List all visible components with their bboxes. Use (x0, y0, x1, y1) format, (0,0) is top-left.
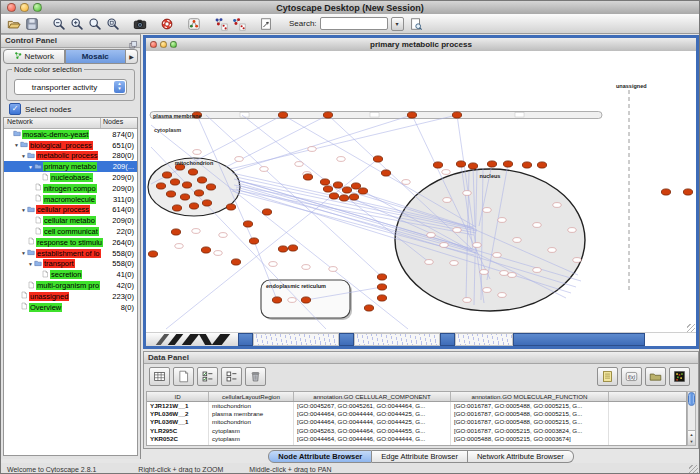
select-attributes-button[interactable] (197, 367, 218, 386)
table-row[interactable]: YPL036W__1mitochondrion[GO:0044464, GO:0… (147, 418, 686, 426)
minor-node[interactable] (473, 243, 481, 248)
unselect-attributes-button[interactable] (221, 367, 242, 386)
select-nodes-checkbox[interactable]: ✓ (9, 103, 21, 115)
table-row[interactable]: YJR121W__1mitochondrion[GO:0045267, GO:0… (147, 402, 686, 410)
scrollbar-arrows[interactable]: ▲▼ (688, 430, 695, 445)
tab-network[interactable]: Network (3, 49, 65, 64)
minor-node[interactable] (443, 198, 451, 203)
tree-row-response-to-stimulu[interactable]: response to stimulu264(0) (4, 237, 137, 248)
gene-node[interactable] (433, 162, 442, 168)
gene-node[interactable] (180, 194, 189, 200)
gene-node[interactable] (249, 238, 258, 244)
gene-node[interactable] (381, 170, 390, 176)
minor-node[interactable] (192, 229, 200, 234)
minor-node[interactable] (498, 218, 506, 223)
tab-network-attribute-browser[interactable]: Network Attribute Browser (468, 450, 574, 463)
minor-node[interactable] (553, 203, 561, 208)
gene-node[interactable] (303, 174, 312, 180)
gene-node[interactable] (278, 112, 287, 118)
notes-button[interactable] (597, 367, 618, 386)
new-attribute-button[interactable] (173, 367, 194, 386)
gene-node[interactable] (148, 251, 157, 257)
minor-node[interactable] (219, 233, 227, 238)
gene-node[interactable] (194, 190, 203, 196)
gene-node[interactable] (364, 305, 373, 311)
gene-node[interactable] (170, 179, 179, 185)
minor-node[interactable] (295, 162, 303, 167)
gene-node[interactable] (278, 246, 287, 252)
tree-row-metabolic-process[interactable]: ▼metabolic process280(0) (4, 151, 137, 162)
gene-node[interactable] (171, 229, 180, 235)
gene-node[interactable] (201, 247, 210, 253)
gene-node[interactable] (262, 209, 271, 215)
expand-arrow-icon[interactable]: ▼ (13, 142, 20, 148)
gene-node[interactable] (537, 162, 546, 168)
layout-button-2[interactable] (230, 16, 248, 32)
gene-node[interactable] (226, 204, 235, 210)
table-row[interactable]: YKR052Ccytoplasm[GO:0044464, GO:0044446,… (147, 435, 686, 443)
minor-node[interactable] (463, 191, 471, 196)
canvas-resize-grip[interactable] (687, 324, 695, 332)
gene-node[interactable] (243, 221, 252, 227)
table-row[interactable]: YDR039C__1mitochondrion[GO:0044464, GO:0… (147, 443, 686, 446)
tree-row-biological-process[interactable]: ▼biological_process651(0) (4, 140, 137, 151)
minor-node[interactable] (498, 293, 506, 298)
open-session-button[interactable] (5, 16, 23, 32)
minor-node[interactable] (450, 261, 458, 266)
gene-node[interactable] (351, 183, 360, 189)
minor-node[interactable] (337, 157, 345, 162)
search-dropdown-button[interactable]: ▾ (391, 17, 404, 31)
import-attributes-button[interactable] (645, 367, 666, 386)
gene-node[interactable] (272, 297, 281, 303)
annotation-button[interactable] (257, 16, 275, 32)
minor-node[interactable] (308, 147, 316, 152)
gene-node[interactable] (373, 156, 382, 162)
search-options-button[interactable] (407, 16, 425, 32)
tree-row-cellular-process[interactable]: ▼cellular process614(0) (4, 205, 137, 216)
minor-node[interactable] (483, 288, 491, 293)
minor-node[interactable] (425, 260, 433, 265)
minor-node[interactable] (513, 238, 521, 243)
gene-node[interactable] (661, 189, 670, 195)
minor-node[interactable] (493, 253, 501, 258)
minor-node[interactable] (302, 265, 310, 270)
tree-row-cell-communicat[interactable]: cell communicat22(0) (4, 226, 137, 237)
minor-node[interactable] (288, 298, 296, 303)
tree-row-overview[interactable]: Overview8(0) (4, 302, 137, 313)
minor-node[interactable] (508, 273, 516, 278)
minor-node[interactable] (214, 251, 222, 256)
gene-node[interactable] (503, 161, 512, 167)
gene-node[interactable] (231, 259, 240, 265)
gene-node[interactable] (166, 191, 175, 197)
gene-node[interactable] (323, 186, 332, 192)
table-row[interactable]: YLR295Ccytoplasm[GO:0045263, GO:0044464,… (147, 427, 686, 435)
node-color-dropdown[interactable]: transporter activity ▲▼ (14, 79, 127, 95)
gene-node[interactable] (333, 182, 342, 188)
tab-edge-attribute-browser[interactable]: Edge Attribute Browser (372, 450, 468, 463)
network-canvas[interactable]: plasma membrane cytoplasm mitochondrion … (146, 51, 696, 333)
minor-node[interactable] (463, 298, 471, 303)
float-panel-icon[interactable] (128, 36, 138, 46)
gene-node[interactable] (377, 274, 386, 280)
minor-node[interactable] (480, 270, 488, 275)
gene-node[interactable] (301, 297, 310, 303)
gene-node[interactable] (197, 177, 206, 183)
tree-row-cellular-metabo[interactable]: cellular metabo209(0) (4, 215, 137, 226)
tree-row-unassigned[interactable]: unassigned223(0) (4, 291, 137, 302)
function-builder-button[interactable]: f(x) (621, 367, 642, 386)
gene-node[interactable] (487, 161, 496, 167)
help-button[interactable] (158, 16, 176, 32)
gene-node[interactable] (522, 162, 531, 168)
tree-row-secretion[interactable]: secretion41(0) (4, 269, 137, 280)
gene-node[interactable] (349, 194, 358, 200)
gene-node[interactable] (456, 161, 465, 167)
tree-row-nitrogen-compo[interactable]: nitrogen compo209(0) (4, 183, 137, 194)
minor-node[interactable] (193, 150, 201, 155)
gene-node[interactable] (323, 112, 332, 118)
gene-node[interactable] (452, 112, 461, 118)
gene-node[interactable] (182, 182, 191, 188)
column-header[interactable]: ID (147, 392, 209, 401)
minor-node[interactable] (269, 262, 277, 267)
gene-node[interactable] (189, 203, 198, 209)
minor-node[interactable] (573, 258, 581, 263)
